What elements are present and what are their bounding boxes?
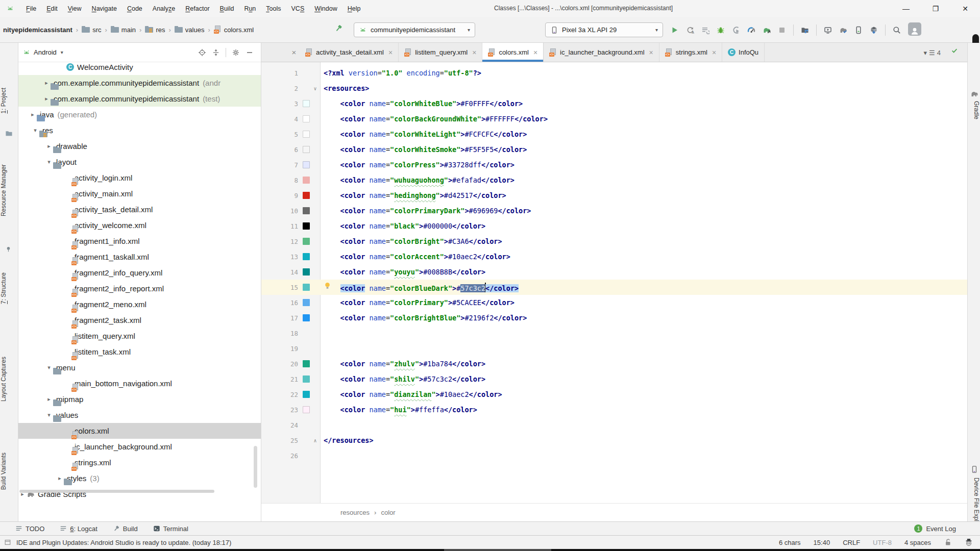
device-manager-button[interactable] — [854, 26, 863, 34]
tree-row-ic-launcher-background-xml[interactable]: <>ic_launcher_background.xml — [18, 439, 261, 455]
minimize-button[interactable]: — — [891, 0, 921, 17]
editor-tab-infoqu[interactable]: CInfoQu — [722, 43, 765, 62]
menu-build[interactable]: Build — [215, 3, 239, 14]
apply-changes-button[interactable]: A — [686, 26, 694, 34]
tool-stripe-7-structure[interactable]: 7: Structure — [0, 272, 18, 304]
menu-code[interactable]: Code — [122, 3, 147, 14]
close-icon[interactable]: × — [649, 48, 653, 57]
tree-row-fragment2-task-xml[interactable]: <>fragment2_task.xml — [18, 312, 261, 328]
tree-vertical-scrollbar[interactable] — [254, 446, 257, 488]
gutter-color-swatch[interactable] — [303, 192, 310, 199]
fold-marker[interactable]: ∧ — [312, 438, 318, 443]
code-line-3[interactable]: 3 <color name="colorWhiteBlue">#F0FFFF</… — [261, 96, 967, 111]
code-line-4[interactable]: 4 <color name="colorBackGroundWhite">#FF… — [261, 111, 967, 127]
tool-stripe-layout-captures[interactable]: Layout Captures — [0, 357, 18, 402]
code-line-13[interactable]: 13 <color name="colorAccent">#10aec2</co… — [261, 249, 967, 264]
editor-tab-colors-xml[interactable]: <>colors.xml× — [482, 43, 544, 62]
tree-collapsed-arrow[interactable]: ▸ — [42, 80, 51, 86]
code-editor[interactable]: 1<?xml version="1.0" encoding="utf-8"?>2… — [261, 62, 967, 503]
build-gradle-button[interactable] — [763, 26, 771, 34]
tree-row-main-bottom-navigation-xml[interactable]: <>main_bottom_navigation.xml — [18, 375, 261, 391]
breadcrumb-item[interactable]: <>colors.xml — [214, 26, 254, 34]
editor-tab-activity-task-detail-xml[interactable]: <>activity_task_detail.xml× — [300, 43, 399, 62]
gutter-color-swatch[interactable] — [303, 161, 310, 168]
menu-vcs[interactable]: VCS — [287, 3, 309, 14]
code-line-12[interactable]: 12 <color name="colorBright">#C3A6</colo… — [261, 234, 967, 249]
debug-button[interactable] — [717, 26, 725, 34]
close-icon[interactable]: × — [388, 48, 393, 57]
editor-tab-strings-xml[interactable]: <>strings.xml× — [659, 43, 722, 62]
editor-breadcrumb-color[interactable]: color — [381, 509, 395, 516]
code-line-19[interactable]: 19 — [261, 341, 967, 356]
code-line-8[interactable]: 8 <color name="wuhuaguohong">#efafad</co… — [261, 172, 967, 188]
code-line-11[interactable]: 11 <color name="black">#000000</color> — [261, 218, 967, 234]
menu-view[interactable]: View — [63, 3, 86, 14]
breadcrumb-item[interactable]: main — [111, 26, 136, 34]
code-line-22[interactable]: 22 <color name="dianzilan">#10aec2</colo… — [261, 387, 967, 402]
tree-row-activity-main-xml[interactable]: <>activity_main.xml — [18, 186, 261, 202]
code-line-21[interactable]: 21 <color name="shilv">#57c3c2</color> — [261, 371, 967, 387]
tool-stripe-resource-manager[interactable]: Resource Manager — [0, 164, 18, 216]
lock-icon[interactable] — [944, 538, 952, 546]
close-icon[interactable]: × — [288, 48, 300, 57]
event-log-button[interactable]: 1 Event Log — [914, 524, 956, 533]
status-message[interactable]: IDE and Plugin Updates: Android Studio i… — [16, 539, 231, 546]
code-line-15[interactable]: 15 <color name="colorBlueDark">#57c3c2</… — [261, 280, 967, 295]
close-icon[interactable]: × — [533, 48, 537, 57]
menu-file[interactable]: File — [21, 3, 41, 14]
code-line-20[interactable]: 20 <color name="zhulv">#1ba784</color> — [261, 356, 967, 371]
status-item-4-spaces[interactable]: 4 spaces — [904, 539, 931, 546]
tree-expanded-arrow[interactable]: ▾ — [45, 364, 53, 371]
tree-horizontal-scrollbar[interactable] — [19, 490, 214, 493]
fold-marker[interactable]: ∨ — [312, 86, 318, 91]
menu-help[interactable]: Help — [343, 3, 365, 14]
tree-row-fragment1-info-xml[interactable]: <>fragment1_info.xml — [18, 233, 261, 249]
gutter-color-swatch[interactable] — [303, 406, 310, 413]
gutter-color-swatch[interactable] — [303, 146, 310, 153]
editor-breadcrumb-resources[interactable]: resources — [340, 509, 370, 516]
run-configuration-select[interactable]: communityepidemicassistant ▾ — [354, 22, 475, 37]
tool-window-button-terminal[interactable]: Terminal — [153, 525, 188, 533]
project-structure-button[interactable] — [801, 26, 809, 34]
tree-row-res[interactable]: ▾res — [18, 122, 261, 138]
code-line-26[interactable]: 26 — [261, 448, 967, 463]
editor-tab-ic-launcher-background-xml[interactable]: <>ic_launcher_background.xml× — [544, 43, 659, 62]
tab-list-dropdown[interactable]: ▾ ☰ 4 — [924, 43, 941, 62]
gutter-color-swatch[interactable] — [303, 100, 310, 107]
gutter-color-swatch[interactable] — [303, 222, 310, 230]
close-icon[interactable]: × — [712, 48, 716, 57]
search-button[interactable] — [893, 26, 901, 34]
settings-button[interactable] — [232, 48, 240, 57]
close-icon[interactable]: × — [472, 48, 476, 57]
code-line-18[interactable]: 18 — [261, 325, 967, 341]
tree-row-layout[interactable]: ▾layout — [18, 154, 261, 170]
gutter-color-swatch[interactable] — [303, 375, 310, 383]
gutter-color-swatch[interactable] — [303, 299, 310, 306]
breadcrumb-item[interactable]: src — [82, 26, 101, 34]
code-line-24[interactable]: 24 — [261, 417, 967, 433]
tree-collapsed-arrow[interactable]: ▸ — [29, 111, 37, 118]
gradle-sync-button[interactable] — [839, 26, 847, 34]
tree-collapsed-arrow[interactable]: ▸ — [42, 95, 51, 102]
code-line-2[interactable]: 2∨<resources> — [261, 81, 967, 96]
avatar-button[interactable] — [908, 22, 921, 38]
sdk-manager-button[interactable] — [870, 26, 878, 34]
tree-row-menu[interactable]: ▾menu — [18, 360, 261, 375]
tree-expanded-arrow[interactable]: ▾ — [45, 159, 53, 165]
tree-row-styles[interactable]: ▸styles(3) — [18, 470, 261, 486]
breadcrumb-item[interactable]: res — [145, 26, 165, 34]
menu-navigate[interactable]: Navigate — [87, 3, 121, 14]
device-select[interactable]: Pixel 3a XL API 29 ▾ — [545, 22, 663, 37]
tree-collapsed-arrow[interactable]: ▸ — [45, 396, 53, 403]
gutter-color-swatch[interactable] — [303, 314, 310, 321]
status-item-6-chars[interactable]: 6 chars — [779, 539, 801, 546]
tree-expanded-arrow[interactable]: ▾ — [31, 127, 39, 134]
chevron-down-icon[interactable]: ▾ — [61, 49, 63, 55]
run-button[interactable] — [671, 26, 679, 34]
menu-run[interactable]: Run — [239, 3, 260, 14]
gutter-color-swatch[interactable] — [303, 131, 310, 138]
tree-expanded-arrow[interactable]: ▾ — [45, 412, 53, 418]
tree-row-welcomeactivity[interactable]: CWelcomeActivity — [18, 62, 261, 75]
hide-button[interactable] — [246, 48, 254, 57]
gutter-color-swatch[interactable] — [303, 391, 310, 398]
